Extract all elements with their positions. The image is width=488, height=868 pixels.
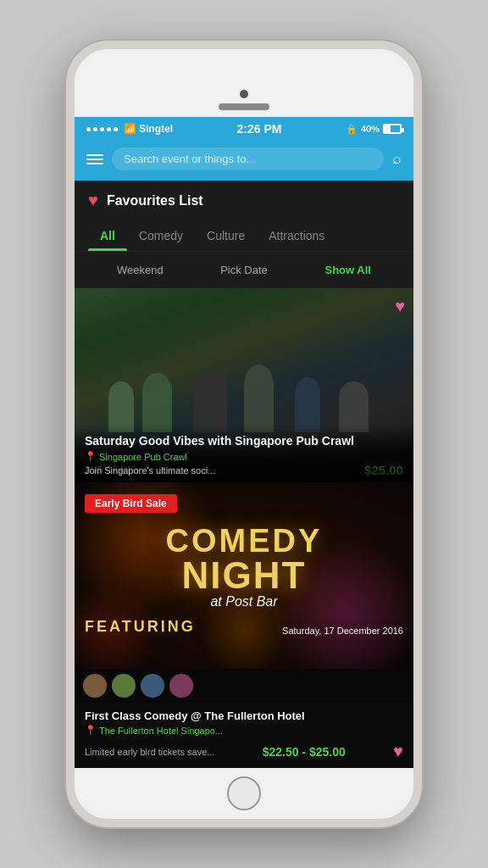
battery-fill [385,125,391,132]
favourites-header: ♥ Favourites List [75,181,413,220]
heart-icon: ♥ [88,191,98,210]
person-avatar-2 [112,674,136,698]
comedy-at-text: at Post Bar [210,594,277,609]
location-pin-icon-2: 📍 [85,725,97,736]
event-card-comedy-night[interactable]: COMEDY NIGHT at Post Bar FEATURING Satur… [75,482,413,768]
category-tabs: All Comedy Culture Attractions [75,220,413,252]
hamburger-line-2 [86,159,103,160]
signal-dot-1 [86,127,91,131]
pub-crawl-title: Saturday Good Vibes with Singapore Pub C… [85,433,403,448]
signal-dot-5 [114,127,118,131]
signal-dot-4 [107,127,111,131]
pub-crawl-location: 📍 Singapore Pub Crawl [85,451,403,462]
hamburger-line-3 [86,163,103,164]
comedy-price: $22.50 - $25.00 [263,745,346,759]
phone-speaker [219,103,269,110]
comedy-date-text: Saturday, 17 December 2016 [282,626,403,636]
phone-bottom-bezel [75,768,413,819]
search-bar: Search event or things to... ⌕ [75,141,413,181]
early-bird-badge: Early Bird Sale [85,494,177,513]
favourites-title: Favourites List [107,193,203,209]
hamburger-menu-button[interactable] [86,154,103,164]
event-card-pub-crawl[interactable]: Saturday Good Vibes with Singapore Pub C… [75,288,413,482]
wifi-icon: 📶 [124,123,136,135]
phone-frame: 📶 Singtel 2:26 PM 🔒 40% Search event or … [66,41,422,827]
front-camera [240,90,248,98]
carrier-label: Singtel [139,123,173,135]
search-icon[interactable]: ⌕ [392,150,402,168]
signal-dot-3 [100,127,104,131]
battery-icon [383,124,402,134]
status-left: 📶 Singtel [86,123,173,135]
comedy-title-line1: COMEDY [166,525,323,557]
phone-top-bezel [75,49,413,117]
pub-crawl-favorite-button[interactable]: ♥ [395,297,405,316]
pub-crawl-overlay: Saturday Good Vibes with Singapore Pub C… [75,423,413,482]
tab-culture[interactable]: Culture [195,220,257,251]
signal-dot-2 [93,127,97,131]
tab-all[interactable]: All [88,220,127,251]
status-bar: 📶 Singtel 2:26 PM 🔒 40% [75,117,413,141]
events-list: Saturday Good Vibes with Singapore Pub C… [75,288,413,768]
tab-comedy[interactable]: Comedy [127,220,195,251]
lock-icon: 🔒 [346,124,358,135]
comedy-title-line2: NIGHT [182,557,307,594]
phone-screen: 📶 Singtel 2:26 PM 🔒 40% Search event or … [75,117,413,768]
search-input[interactable]: Search event or things to... [112,147,384,170]
comedy-venue-title: First Class Comedy @ The Fullerton Hotel [85,709,403,722]
location-pin-icon: 📍 [85,451,97,462]
hamburger-line-1 [86,154,103,156]
person-avatar-3 [141,674,164,698]
time-display: 2:26 PM [237,122,282,136]
comedy-favorite-button[interactable]: ♥ [393,742,403,761]
battery-percent: 40% [361,124,380,134]
comedy-people-row [75,669,413,703]
filter-pick-date[interactable]: Pick Date [192,260,297,280]
comedy-featuring-text: FEATURING [85,618,196,636]
pub-crawl-desc: Join Singapore's ultimate soci... [85,465,403,476]
comedy-description: Limited early bird tickets save... [85,747,214,757]
comedy-night-image: COMEDY NIGHT at Post Bar FEATURING Satur… [75,482,413,669]
filter-row: Weekend Pick Date Show All [75,252,413,288]
person-avatar-1 [83,674,107,698]
comedy-card-info: First Class Comedy @ The Fullerton Hotel… [75,703,413,768]
status-right: 🔒 40% [346,124,402,135]
person-avatar-4 [169,674,193,698]
home-button[interactable] [227,776,261,810]
filter-weekend[interactable]: Weekend [88,260,192,280]
tab-attractions[interactable]: Attractions [257,220,336,251]
comedy-card-footer: Limited early bird tickets save... $22.5… [85,742,403,761]
comedy-venue-location: 📍 The Fullerton Hotel Singapo... [85,725,403,736]
filter-show-all[interactable]: Show All [296,260,400,280]
